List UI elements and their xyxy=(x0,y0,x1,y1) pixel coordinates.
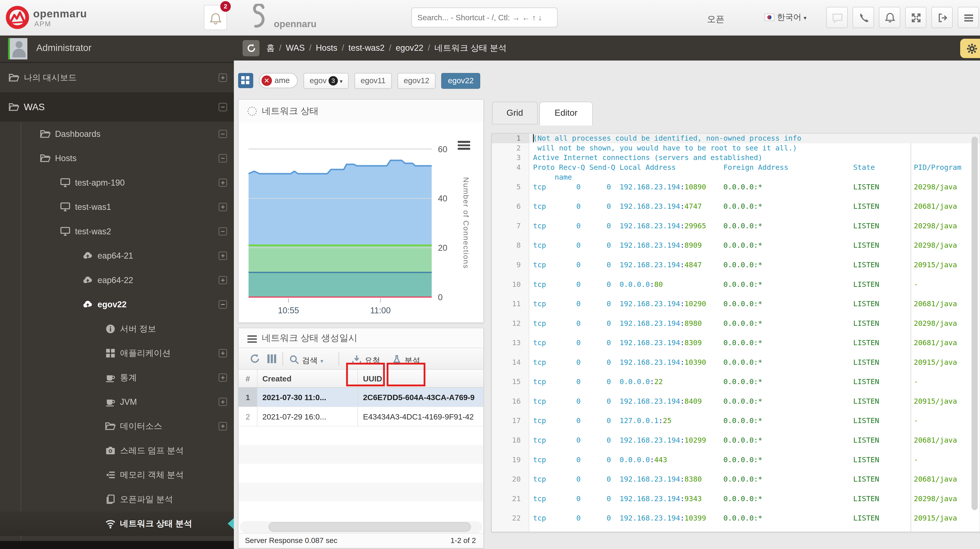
line-number: 16 xyxy=(492,397,529,406)
language-selector[interactable]: 한국어 ▾ xyxy=(764,12,806,24)
line-number xyxy=(492,465,529,474)
svg-text:10:55: 10:55 xyxy=(278,306,299,315)
expand-icon[interactable]: + xyxy=(219,74,227,82)
refresh-page-button[interactable] xyxy=(243,40,259,56)
sidebar-item-Dashboards[interactable]: Dashboards− xyxy=(0,122,234,146)
expand-icon[interactable]: + xyxy=(219,203,227,211)
sidebar-item-JVM[interactable]: JVM+ xyxy=(0,390,234,414)
filter-label: egov22 xyxy=(448,76,474,85)
expand-icon[interactable]: + xyxy=(219,252,227,260)
editor-line-22: 22tcp 0 0 192.168.23.194:10399 0.0.0.0:*… xyxy=(492,513,980,523)
sidebar-item-데이터소스[interactable]: 데이터소스+ xyxy=(0,414,234,438)
line-number: 10 xyxy=(492,280,529,290)
sidebar-item-오픈파일-분석[interactable]: 오픈파일 분석 xyxy=(0,487,234,511)
logout-button[interactable] xyxy=(931,7,953,28)
expand-icon[interactable]: + xyxy=(219,398,227,406)
table-row[interactable]: 12021-07-30 11:0...2C6E7DD5-604A-43CA-A7… xyxy=(239,388,483,407)
filter-button-egov11[interactable]: egov11 xyxy=(355,73,392,89)
filter-button-egov12[interactable]: egov12 xyxy=(398,73,436,89)
line-number xyxy=(492,270,529,280)
breadcrumb-item[interactable]: egov22 xyxy=(396,43,423,52)
editor-scrollbar-thumb[interactable] xyxy=(972,136,978,510)
table-panel-title: 네트워크 상태 생성일시 xyxy=(239,328,483,347)
line-text: tcp 0 0 192.168.23.194:10299 0.0.0.0:* L… xyxy=(529,435,957,445)
sidebar-item-WAS[interactable]: WAS− xyxy=(0,92,234,122)
main-menu-button[interactable] xyxy=(958,7,979,28)
table-row[interactable]: 22021-07-29 16:0...E43434A3-4DC1-4169-9F… xyxy=(239,407,483,426)
collapse-icon[interactable]: − xyxy=(219,227,227,235)
horizontal-scrollbar[interactable] xyxy=(240,521,482,533)
line-text: tcp 0 0 192.168.23.194:29965 0.0.0.0:* L… xyxy=(529,221,957,231)
sidebar-item-네트워크-상태-분석[interactable]: 네트워크 상태 분석 xyxy=(0,512,234,536)
empty-row xyxy=(239,426,483,445)
settings-button[interactable] xyxy=(960,39,980,58)
filter-group-dropdown[interactable]: egov3▾ xyxy=(304,73,348,89)
filter-chip-name[interactable]: ✕ame xyxy=(259,73,298,88)
column-header-num[interactable]: # xyxy=(239,370,257,387)
line-text xyxy=(529,387,537,397)
sidebar-item-Hosts[interactable]: Hosts− xyxy=(0,146,234,170)
filter-button-egov22-active[interactable]: egov22 xyxy=(441,73,480,89)
collapse-icon[interactable]: − xyxy=(219,130,227,138)
fullscreen-button[interactable] xyxy=(905,7,926,28)
search-dropdown-button[interactable]: 검색 ▾ xyxy=(290,354,323,366)
sidebar-item-나의-대시보드[interactable]: 나의 대시보드+ xyxy=(0,63,234,92)
tab-editor[interactable]: Editor xyxy=(539,102,593,125)
editor-wrap-line xyxy=(492,465,980,474)
sidebar-item-메모리-객체-분석[interactable]: 메모리 객체 분석 xyxy=(0,463,234,487)
dashboard-layout-button[interactable] xyxy=(238,73,253,88)
editor-line-14: 14tcp 0 0 192.168.23.194:10390 0.0.0.0:*… xyxy=(492,358,980,367)
expand-icon[interactable]: + xyxy=(219,179,227,187)
sidebar-item-egov22[interactable]: egov22− xyxy=(0,292,234,316)
search-input[interactable] xyxy=(411,8,558,28)
close-icon[interactable]: ✕ xyxy=(261,75,272,86)
breadcrumb-item[interactable]: 네트워크 상태 분석 xyxy=(434,43,507,52)
refresh-icon[interactable] xyxy=(249,353,261,365)
columns-icon[interactable] xyxy=(266,353,277,365)
editor-wrap-line xyxy=(492,289,980,299)
sidebar-item-통계[interactable]: 통계+ xyxy=(0,365,234,390)
breadcrumb-item[interactable]: Hosts xyxy=(316,43,337,52)
edition-label: 오픈 xyxy=(707,13,724,25)
column-header-created[interactable]: Created xyxy=(258,370,358,387)
sidebar-item-test-was1[interactable]: test-was1+ xyxy=(0,195,234,219)
netstat-editor[interactable]: 1(Not all processes could be identified,… xyxy=(492,133,980,532)
expand-icon[interactable]: + xyxy=(219,373,227,381)
sidebar-nav: 나의 대시보드+WAS−Dashboards−Hosts−test-apm-19… xyxy=(0,63,234,536)
user-profile[interactable]: Administrator xyxy=(0,36,234,61)
breadcrumb-item[interactable]: WAS xyxy=(286,43,305,52)
collapse-icon[interactable]: − xyxy=(219,300,227,308)
breadcrumb-item[interactable]: test-was2 xyxy=(348,43,385,52)
sidebar-item-label: Dashboards xyxy=(55,129,100,139)
sidebar-item-애플리케이션[interactable]: 애플리케이션+ xyxy=(0,341,234,365)
alerts-button[interactable] xyxy=(879,7,900,28)
expand-icon[interactable]: + xyxy=(219,422,227,430)
scrollbar-thumb[interactable] xyxy=(269,522,471,532)
tab-label: Grid xyxy=(506,108,523,117)
sidebar-item-eap64-22[interactable]: eap64-22+ xyxy=(0,268,234,292)
chat-button[interactable] xyxy=(826,7,848,28)
editor-lines: 1(Not all processes could be identified,… xyxy=(492,133,980,532)
sidebar-item-label: 통계 xyxy=(120,372,137,383)
expand-icon[interactable]: + xyxy=(219,349,227,357)
collapse-icon[interactable]: − xyxy=(219,103,227,111)
editor-wrap-line xyxy=(492,406,980,416)
tab-grid[interactable]: Grid xyxy=(492,102,538,124)
chart-menu-button[interactable] xyxy=(458,141,470,151)
breadcrumb-item[interactable]: 홈 xyxy=(266,43,275,52)
expand-icon[interactable]: + xyxy=(219,276,227,284)
line-text xyxy=(529,504,537,513)
editor-wrap-line xyxy=(492,231,980,241)
app-title: openmaru xyxy=(33,8,87,20)
line-text xyxy=(529,309,537,319)
line-number: 14 xyxy=(492,358,529,367)
sidebar-item-test-apm-190[interactable]: test-apm-190+ xyxy=(0,170,234,195)
sidebar-item-test-was2[interactable]: test-was2− xyxy=(0,219,234,243)
notifications-button[interactable]: 2 xyxy=(204,5,227,30)
phone-button[interactable] xyxy=(853,7,874,28)
sidebar-item-서버-정보[interactable]: 서버 정보 xyxy=(0,317,234,341)
sidebar-item-eap64-21[interactable]: eap64-21+ xyxy=(0,244,234,268)
sidebar-item-스레드-덤프-분석[interactable]: 스레드 덤프 분석 xyxy=(0,438,234,463)
collapse-icon[interactable]: − xyxy=(219,154,227,162)
editor-wrap-line xyxy=(492,250,980,260)
